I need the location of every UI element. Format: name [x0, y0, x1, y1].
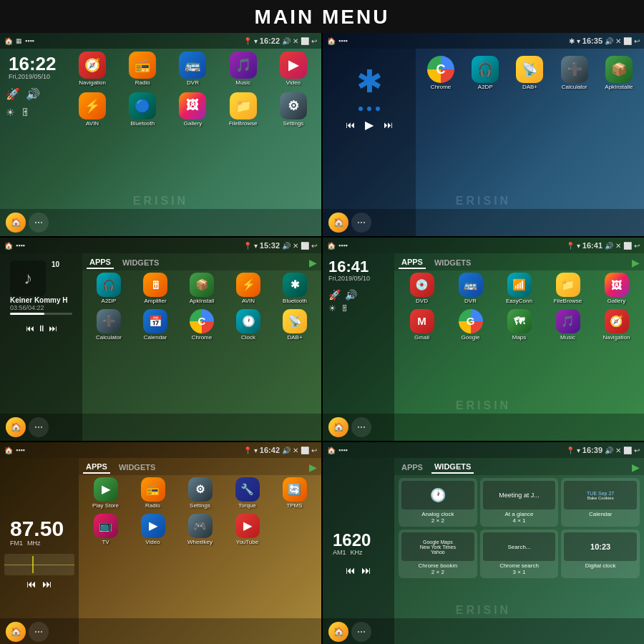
app-radio[interactable]: 📻 Radio [119, 52, 166, 87]
app-maps[interactable]: 🗺 Maps [496, 309, 542, 341]
home-icon-5[interactable]: 🏠 [4, 447, 13, 454]
app-music[interactable]: 🎵 Music [220, 52, 267, 87]
app-filebrowse-4[interactable]: 📁 FileBrowse [545, 273, 591, 305]
bt-play[interactable]: ▶ [365, 118, 374, 132]
app-navigation[interactable]: 🧭 Navigation [69, 52, 116, 87]
app-bluetooth-3[interactable]: ✱ Bluetooth [273, 273, 317, 305]
app-gallery-4[interactable]: 🖼 Gallery [593, 273, 640, 305]
app-tv[interactable]: 📺 TV [83, 514, 128, 546]
app-bluetooth[interactable]: 🔵 Bluetooth [119, 92, 166, 127]
app-radio-5[interactable]: 📻 Radio [130, 477, 175, 509]
btn-home-5[interactable]: 🏠 [6, 622, 26, 642]
tab-play-4[interactable]: ▶ [632, 257, 640, 268]
radio-next[interactable]: ⏭ [42, 578, 52, 590]
app-calculator-3[interactable]: ➕ Calculator [87, 309, 131, 341]
app-video-5[interactable]: ▶ Video [130, 514, 175, 546]
app-chrome-3[interactable]: C Chrome [180, 309, 224, 341]
equalizer-icon[interactable]: 🎚 [21, 107, 31, 118]
widget-analog-clock[interactable]: 🕐 Analog clock 2 × 2 [399, 478, 477, 527]
back-icon-1[interactable]: ↩ [311, 37, 317, 45]
btn-menu-4[interactable]: ⋯ [351, 417, 371, 437]
tab-widgets-6[interactable]: WIDGETS [431, 461, 474, 474]
back-icon-3[interactable]: ↩ [311, 242, 317, 250]
music-next[interactable]: ⏭ [49, 323, 57, 333]
app-dab-3[interactable]: 📡 DAB+ [273, 309, 317, 341]
am-next[interactable]: ⏭ [361, 565, 371, 576]
brightness-icon[interactable]: ☀ [6, 107, 15, 118]
app-avin-3[interactable]: ⚡ AVIN [226, 273, 270, 305]
widget-digital-clock[interactable]: 10:23 Digital clock [561, 530, 640, 578]
app-youtube[interactable]: ▶ YouTube [225, 514, 270, 546]
app-dab-plus[interactable]: 📡 DAB+ [509, 56, 550, 91]
app-torque[interactable]: 🔧 Torque [225, 477, 270, 509]
app-wheelkey[interactable]: 🎮 Wheelkey [177, 514, 223, 546]
home-icon-3[interactable]: 🏠 [4, 242, 13, 250]
btn-home-6[interactable]: 🏠 [328, 622, 348, 642]
app-tpms[interactable]: 🔄 TPMS [272, 477, 317, 509]
home-icon-4[interactable]: 🏠 [327, 242, 336, 250]
app-dvr[interactable]: 🚌 DVR [169, 52, 216, 87]
home-icon[interactable]: 🏠 [4, 37, 13, 45]
app-avin[interactable]: ⚡ AVIN [69, 92, 116, 127]
app-music-4[interactable]: 🎵 Music [545, 309, 591, 341]
app-dvd[interactable]: 💿 DVD [399, 273, 445, 305]
app-a2dp-3[interactable]: 🎧 A2DP [87, 273, 131, 305]
btn-menu-3[interactable]: ⋯ [29, 417, 49, 437]
app-settings-5[interactable]: ⚙ Settings [177, 477, 223, 509]
back-icon-2[interactable]: ↩ [634, 37, 640, 45]
home-icon-6[interactable]: 🏠 [327, 447, 336, 454]
app-a2dp[interactable]: 🎧 A2DP [464, 56, 506, 91]
widget-at-a-glance[interactable]: Meeting at J... At a glance 4 × 1 [480, 478, 559, 527]
music-pause[interactable]: ⏸ [37, 323, 46, 333]
app-clock-3[interactable]: 🕐 Clock [226, 309, 270, 341]
widget-chrome-search[interactable]: Search... Chrome search 3 × 1 [480, 530, 559, 578]
widget-calendar[interactable]: TUE Sep 27 Bake Cookies Calendar [561, 478, 640, 527]
btn-menu-2[interactable]: ⋯ [351, 213, 371, 233]
app-video[interactable]: ▶ Video [270, 52, 317, 87]
radio-prev[interactable]: ⏮ [26, 578, 36, 590]
tab-apps-3[interactable]: APPS [87, 256, 114, 269]
volume-icon-4[interactable]: 🔊 [345, 289, 357, 301]
app-amplifier[interactable]: 🎚 Amplifier [133, 273, 177, 305]
home-icon-2[interactable]: 🏠 [327, 37, 336, 45]
bt-prev[interactable]: ⏮ [346, 119, 355, 130]
app-google[interactable]: G Google [447, 309, 494, 341]
btn-menu-1[interactable]: ⋯ [29, 213, 49, 233]
app-apkinstaller[interactable]: 📦 ApkInstalle [598, 56, 640, 91]
bt-next[interactable]: ⏭ [384, 119, 393, 130]
tab-apps-4[interactable]: APPS [399, 256, 426, 269]
btn-home-4[interactable]: 🏠 [328, 417, 348, 437]
volume-icon[interactable]: 🔊 [26, 87, 40, 101]
app-apkinstaller-3[interactable]: 📦 ApkInstall [180, 273, 224, 305]
music-prev[interactable]: ⏮ [26, 323, 34, 333]
app-filebrowse[interactable]: 📁 FileBrowse [220, 92, 267, 127]
app-easyconn[interactable]: 📶 EasyConn [496, 273, 542, 305]
tab-apps-5[interactable]: APPS [83, 461, 110, 474]
app-chrome-2[interactable]: C Chrome [420, 56, 462, 91]
tab-widgets-4[interactable]: WIDGETS [431, 257, 474, 268]
app-settings[interactable]: ⚙ Settings [270, 92, 317, 127]
brightness-icon-4[interactable]: ☀ [328, 303, 336, 313]
am-prev[interactable]: ⏮ [346, 565, 356, 576]
tab-apps-6[interactable]: APPS [399, 462, 426, 473]
back-icon-5[interactable]: ↩ [311, 447, 317, 454]
app-calculator[interactable]: ➕ Calculator [554, 56, 595, 91]
app-gmail[interactable]: M Gmail [399, 309, 445, 341]
rocket-icon-4[interactable]: 🚀 [328, 289, 341, 301]
app-dvr-4[interactable]: 🚌 DVR [447, 273, 494, 305]
btn-menu-5[interactable]: ⋯ [29, 622, 49, 642]
btn-home-3[interactable]: 🏠 [6, 417, 26, 437]
btn-home-2[interactable]: 🏠 [328, 213, 348, 233]
app-gallery[interactable]: 🖼 Gallery [169, 92, 216, 127]
back-icon-4[interactable]: ↩ [634, 242, 640, 250]
app-calendar-3[interactable]: 📅 Calendar [133, 309, 177, 341]
equalizer-icon-4[interactable]: 🎚 [341, 303, 349, 313]
btn-menu-6[interactable]: ⋯ [351, 622, 371, 642]
tab-widgets-3[interactable]: WIDGETS [119, 257, 162, 268]
tab-play-5[interactable]: ▶ [309, 462, 317, 473]
tab-play-3[interactable]: ▶ [309, 257, 317, 268]
app-playstore[interactable]: ▶ Play Store [83, 477, 128, 509]
back-icon-6[interactable]: ↩ [634, 447, 640, 454]
widget-chrome-bookmark[interactable]: Google Maps New York Times Yahoo Chrome … [399, 530, 477, 578]
rocket-icon[interactable]: 🚀 [6, 87, 20, 101]
